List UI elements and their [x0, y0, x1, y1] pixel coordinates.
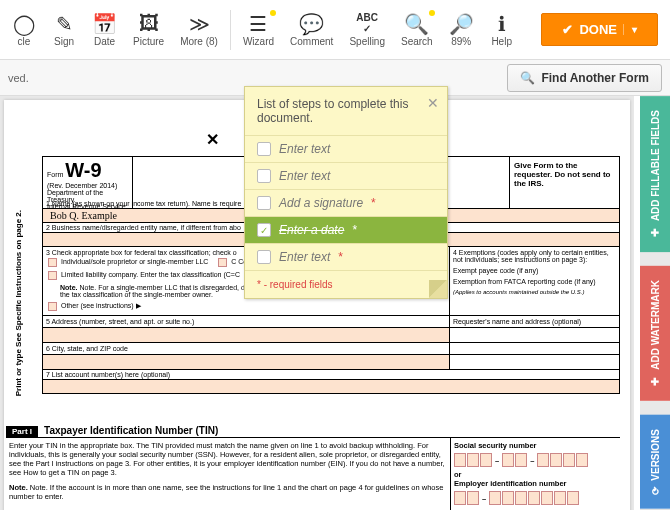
date-tool[interactable]: 📅Date: [84, 8, 125, 51]
help-tool[interactable]: ℹHelp: [482, 8, 522, 51]
wizard-close-icon[interactable]: ✕: [427, 95, 439, 111]
side-instructions: Print or type See Specific Instructions …: [14, 210, 23, 396]
search-icon: 🔍: [520, 71, 535, 85]
close-icon[interactable]: ✕: [206, 130, 219, 149]
address-field[interactable]: [43, 328, 449, 342]
zoom-tool[interactable]: 🔎89%: [441, 8, 482, 51]
checkbox-ccorp[interactable]: [218, 258, 227, 267]
add-fillable-fields-tab[interactable]: ✚ADD FILLABLE FIELDS: [640, 96, 670, 252]
checkbox-llc[interactable]: [48, 271, 57, 280]
wizard-step-5[interactable]: Enter text *: [245, 244, 447, 271]
checkbox-other[interactable]: [48, 302, 57, 311]
wizard-step-2[interactable]: Enter text: [245, 163, 447, 190]
find-another-form-button[interactable]: 🔍 Find Another Form: [507, 64, 662, 92]
wizard-step-1[interactable]: Enter text: [245, 136, 447, 163]
ssn-field[interactable]: – –: [454, 453, 617, 467]
wizard-popup: List of steps to complete this document.…: [244, 86, 448, 299]
side-tabs: ✚ADD FILLABLE FIELDS ✚ADD WATERMARK ⟳VER…: [640, 96, 670, 510]
ein-field[interactable]: –: [454, 491, 617, 505]
main-toolbar: ◯cle ✎Sign 📅Date 🖼Picture ≫More (8) ☰Wiz…: [0, 0, 670, 60]
account-numbers-field[interactable]: [42, 380, 620, 394]
wizard-step-3[interactable]: Add a signature *: [245, 190, 447, 217]
spelling-tool[interactable]: ABC✓Spelling: [341, 8, 393, 51]
saved-status: ved.: [8, 72, 29, 84]
add-watermark-tab[interactable]: ✚ADD WATERMARK: [640, 266, 670, 401]
wizard-footer: * - required fields: [245, 271, 447, 298]
more-tools[interactable]: ≫More (8): [172, 8, 226, 51]
comment-tool[interactable]: 💬Comment: [282, 8, 341, 51]
picture-tool[interactable]: 🖼Picture: [125, 8, 172, 51]
city-field[interactable]: [43, 355, 449, 369]
circle-tool[interactable]: ◯cle: [4, 8, 44, 51]
checkbox-individual[interactable]: [48, 258, 57, 267]
done-button[interactable]: ✔DONE▾: [541, 13, 658, 46]
wizard-tool[interactable]: ☰Wizard: [235, 8, 282, 51]
sign-tool[interactable]: ✎Sign: [44, 8, 84, 51]
versions-tab[interactable]: ⟳VERSIONS: [640, 415, 670, 509]
wizard-step-4[interactable]: Enter a date *: [245, 217, 447, 244]
wizard-title: List of steps to complete this document.: [257, 97, 408, 125]
search-tool[interactable]: 🔍Search: [393, 8, 441, 51]
